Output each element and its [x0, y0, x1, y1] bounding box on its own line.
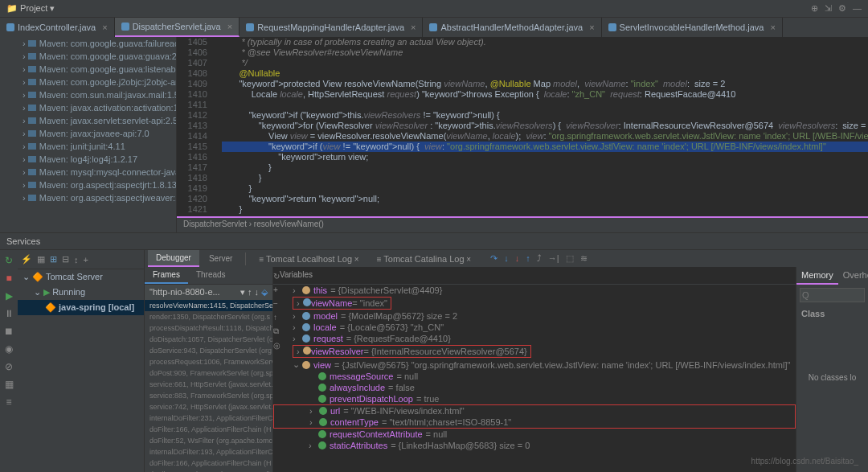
- drop-frame-icon[interactable]: ⤴: [537, 253, 542, 264]
- add-icon[interactable]: +: [84, 255, 88, 265]
- variable-row[interactable]: requestContextAttribute = null: [273, 429, 796, 440]
- variable-row[interactable]: › viewName = "index": [273, 296, 796, 310]
- tree-item[interactable]: › Maven: com.google.guava:listenablefutu…: [0, 63, 176, 76]
- variable-row[interactable]: › contentType = "text/html;charset=ISO-8…: [273, 417, 796, 429]
- tab-debugger[interactable]: Debugger: [148, 250, 199, 267]
- tree-item[interactable]: › Maven: junit:junit:4.11: [0, 140, 176, 153]
- stack-frame[interactable]: doFilter:52, WsFilter (org.apache.tomc: [145, 435, 272, 446]
- layout-icon[interactable]: ▦: [5, 379, 14, 390]
- stack-frame[interactable]: service:883, FrameworkServlet (org.sp: [145, 390, 272, 401]
- tab-tomcat-catalina[interactable]: ≡ Tomcat Catalina Log ×: [369, 251, 480, 267]
- tree-item[interactable]: › Maven: javax:javaee-api:7.0: [0, 127, 176, 140]
- more-icon[interactable]: ≡: [6, 396, 11, 408]
- stack-frame[interactable]: internalDoFilter:193, ApplicationFilterC…: [145, 446, 272, 458]
- plus-icon[interactable]: +: [273, 285, 286, 294]
- up-icon[interactable]: ↑: [273, 313, 286, 322]
- thread-selector[interactable]: "http-nio-8080-e...▾ ↑ ↓ ⬙: [145, 285, 272, 300]
- tree-item[interactable]: › Maven: javax.activation:activation:1.1: [0, 101, 176, 114]
- step-out-icon[interactable]: ↑: [526, 253, 530, 264]
- stack-frame[interactable]: internalDoFilter:231, ApplicationFilterC…: [145, 412, 272, 424]
- threads-tab[interactable]: Threads: [188, 267, 234, 284]
- tree-item[interactable]: › Maven: javax.servlet:servlet-api:2.5: [0, 114, 176, 127]
- variable-row[interactable]: › url = "/WEB-INF/views/index.html": [273, 404, 796, 417]
- hide-icon[interactable]: —: [853, 3, 862, 14]
- expand-icon[interactable]: ↕: [74, 255, 79, 265]
- target-icon[interactable]: ⊕: [811, 3, 818, 14]
- stack-frame[interactable]: processDispatchResult:1118, Dispatch: [145, 322, 272, 334]
- stack-frame[interactable]: doPost:909, FrameworkServlet (org.sp: [145, 367, 272, 379]
- stack-frame[interactable]: doDispatch:1057, DispatcherServlet (o: [145, 334, 272, 345]
- code-line[interactable]: * @see ViewResolver#resolveViewName: [222, 47, 868, 58]
- tree-tomcat-server[interactable]: ⌄ 🔶 Tomcat Server: [18, 269, 144, 285]
- stack-frame[interactable]: render:1350, DispatcherServlet (org.s: [145, 311, 272, 322]
- services-toolwindow-header[interactable]: Services: [0, 232, 868, 250]
- memory-tab[interactable]: Memory: [796, 267, 838, 285]
- grid-icon[interactable]: ▦: [37, 254, 45, 265]
- variable-row[interactable]: messageSource = null: [273, 371, 796, 382]
- stop2-icon[interactable]: ⏹: [4, 326, 14, 337]
- code-line[interactable]: [222, 100, 868, 110]
- stack-frame[interactable]: service:661, HttpServlet (javax.servlet.…: [145, 379, 272, 390]
- project-tree[interactable]: › Maven: com.google.guava:failureaccess:…: [0, 37, 177, 232]
- close-icon[interactable]: ×: [102, 23, 107, 32]
- code-line[interactable]: }: [222, 183, 868, 194]
- tree-item[interactable]: › Maven: mysql:mysql-connector-java:5.1.…: [0, 166, 176, 179]
- code-line[interactable]: * (typically in case of problems creatin…: [222, 37, 868, 47]
- variable-row[interactable]: › viewResolver = {InternalResourceViewRe…: [273, 344, 796, 359]
- tree-item[interactable]: › Maven: log4j:log4j:1.2.17: [0, 153, 176, 166]
- code-editor[interactable]: 1405140614071408140914101411141214131414…: [177, 37, 868, 232]
- copy-icon[interactable]: ⧉: [273, 326, 286, 336]
- collapse-icon[interactable]: ⇲: [825, 3, 832, 14]
- tree-icon[interactable]: ⊟: [62, 254, 69, 265]
- tab-servlet-invocable[interactable]: ServletInvocableHandlerMethod.java×: [602, 18, 783, 37]
- pause-icon[interactable]: ⏸: [4, 308, 14, 319]
- tree-java-spring[interactable]: 🔶 java-spring [local]: [18, 300, 144, 315]
- code-line[interactable]: "keyword">return "keyword">null;: [222, 194, 868, 204]
- tree-running[interactable]: ⌄ ▶ Running: [18, 285, 144, 300]
- code-line[interactable]: "keyword">protected View resolveViewName…: [222, 79, 868, 89]
- code-line[interactable]: }: [222, 162, 868, 173]
- tree-item[interactable]: › Maven: org.aspectj:aspectjweaver:1.8.1…: [0, 191, 176, 204]
- run-to-cursor-icon[interactable]: →|: [548, 253, 559, 264]
- close-icon[interactable]: ×: [227, 22, 232, 31]
- filter-icon[interactable]: ⚡: [21, 254, 32, 265]
- tab-request-mapping[interactable]: RequestMappingHandlerAdapter.java×: [240, 18, 423, 37]
- debug-services-tree[interactable]: ⚡ ▦ ⊞ ⊟ ↕ + ⌄ 🔶 Tomcat Server ⌄ ▶ Runnin…: [18, 250, 145, 472]
- settings-icon[interactable]: ⚙: [838, 3, 846, 14]
- code-line[interactable]: "keyword">if (view != "keyword">null) { …: [222, 142, 868, 152]
- variable-row[interactable]: › model = {ModelMap@5672} size = 2: [273, 310, 796, 322]
- resume-icon[interactable]: ▶: [6, 290, 13, 302]
- view-breakpoints-icon[interactable]: ◉: [5, 343, 13, 355]
- variable-row[interactable]: ⌄ view = {JstlView@5675} "org.springfram…: [273, 359, 796, 371]
- variable-row[interactable]: › request = {RequestFacade@4410}: [273, 333, 796, 344]
- code-line[interactable]: @Nullable: [222, 68, 868, 79]
- code-line[interactable]: "keyword">for (ViewResolver viewResolver…: [222, 121, 868, 131]
- variable-row[interactable]: › this = {DispatcherServlet@4409}: [273, 285, 796, 296]
- stack-frame[interactable]: resolveViewName:1415, DispatcherServ: [145, 300, 272, 311]
- stack-frame[interactable]: doFilter:166, ApplicationFilterChain (H: [145, 424, 272, 435]
- minus-icon[interactable]: −: [273, 299, 286, 308]
- evaluate-icon[interactable]: ⬚: [566, 253, 574, 264]
- code-line[interactable]: View view = viewResolver.resolveViewName…: [222, 131, 868, 142]
- close-icon[interactable]: ×: [770, 23, 775, 32]
- code-line[interactable]: "keyword">return view;: [222, 152, 868, 162]
- tree-item[interactable]: › Maven: com.sun.mail:javax.mail:1.5.0: [0, 88, 176, 101]
- tree-item[interactable]: › Maven: com.google.guava:guava:28.0-jre: [0, 50, 176, 63]
- list-icon[interactable]: ⊞: [50, 254, 57, 265]
- tab-index-controller[interactable]: IndexController.java×: [0, 18, 115, 37]
- close-icon[interactable]: ×: [589, 23, 594, 32]
- tree-item[interactable]: › Maven: com.google.j2objc:j2objc-annota…: [0, 76, 176, 88]
- breadcrumb[interactable]: DispatcherServlet › resolveViewName(): [177, 216, 868, 232]
- step-into-icon[interactable]: ↓: [504, 253, 509, 264]
- code-line[interactable]: }: [222, 173, 868, 183]
- overhead-tab[interactable]: Overhead: [838, 267, 868, 285]
- variable-row[interactable]: › staticAttributes = {LinkedHashMap@5683…: [273, 440, 796, 451]
- step-over-icon[interactable]: ↷: [490, 253, 497, 264]
- code-line[interactable]: }: [222, 204, 868, 215]
- code-line[interactable]: Locale locale, HttpServletRequest reques…: [222, 89, 868, 100]
- stop-icon[interactable]: ■: [6, 273, 11, 284]
- restart-icon[interactable]: ↻: [273, 272, 286, 281]
- stack-frame[interactable]: service:742, HttpServlet (javax.servlet.…: [145, 401, 272, 412]
- tree-item[interactable]: › Maven: org.aspectj:aspectjrt:1.8.13: [0, 179, 176, 191]
- variable-row[interactable]: alwaysInclude = false: [273, 382, 796, 393]
